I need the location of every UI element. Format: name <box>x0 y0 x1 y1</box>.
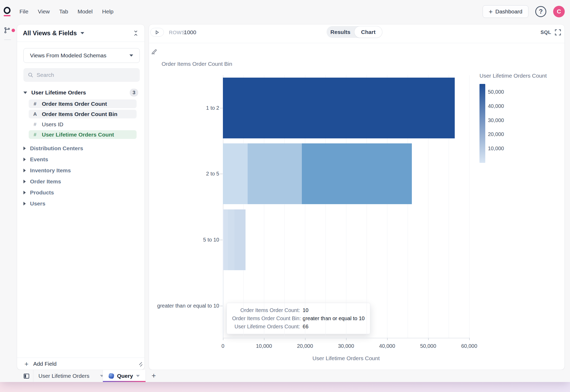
topbar: FileViewTabModelHelp + Dashboard ? C <box>0 0 570 23</box>
bar-1-to-2[interactable] <box>223 78 455 138</box>
field-item-order-items-order-count-bin[interactable]: AOrder Items Order Count Bin <box>29 110 137 118</box>
view-tab-chart[interactable]: Chart <box>354 26 382 38</box>
tree-section-label: Distribution Centers <box>30 145 83 152</box>
avatar[interactable]: C <box>553 6 565 17</box>
tooltip-row: Order Items Order Count Bin:greater than… <box>232 315 365 321</box>
sidebar-title: All Views & Fields <box>23 29 77 37</box>
x-tick-label: 10,000 <box>256 343 272 349</box>
y-tick <box>220 108 223 108</box>
tooltip-row: Order Items Order Count:10 <box>232 307 365 313</box>
tooltip-value: 10 <box>303 307 308 313</box>
tooltip-label: User Lifetime Orders Count: <box>232 324 300 330</box>
omni-logo[interactable] <box>4 7 12 18</box>
model-branch-button[interactable] <box>4 27 15 34</box>
chevron-right-icon <box>23 191 26 194</box>
bar-segment <box>248 143 302 204</box>
x-tick <box>428 338 429 340</box>
tree-section-events[interactable]: Events <box>17 154 144 164</box>
field-label: User Lifetime Orders Count <box>42 132 114 138</box>
rows-value: 1000 <box>184 29 196 36</box>
bar-segment <box>224 209 228 270</box>
tree-section-label: Inventory Items <box>30 167 71 174</box>
tooltip-label: Order Items Order Count Bin: <box>232 315 300 321</box>
fullscreen-icon[interactable] <box>554 29 561 37</box>
tabbar-separator <box>33 370 33 382</box>
field-item-users-id[interactable]: #Users ID <box>29 120 137 129</box>
tab-query[interactable]: Query <box>103 370 146 382</box>
x-tick-label: 30,000 <box>338 343 354 349</box>
tree-section-distribution-centers[interactable]: Distribution Centers <box>17 143 144 153</box>
chevron-down-icon <box>129 54 133 57</box>
legend-label: 50,000 <box>488 89 504 95</box>
tree-section-products[interactable]: Products <box>17 188 144 198</box>
search-icon <box>28 72 33 78</box>
bar-segment <box>223 143 248 204</box>
rail-divider <box>4 39 11 40</box>
add-field-button[interactable]: + Add Field <box>17 358 144 370</box>
omni-logo-o <box>4 7 11 14</box>
active-tab-underline <box>103 381 146 382</box>
category-label: 5 to 10 <box>153 237 219 243</box>
bar-greater-than-or-equal-to-10[interactable] <box>223 275 223 336</box>
app-window: FileViewTabModelHelp + Dashboard ? C All… <box>0 0 570 382</box>
x-tick <box>387 338 388 340</box>
tree-section-label: Users <box>30 200 45 207</box>
new-dashboard-button[interactable]: + Dashboard <box>483 5 528 18</box>
menu-view[interactable]: View <box>38 8 50 15</box>
add-tab-button[interactable]: + <box>152 371 156 380</box>
chevron-down-icon[interactable] <box>81 32 84 34</box>
menu-file[interactable]: File <box>19 8 28 15</box>
query-icon <box>108 373 114 379</box>
bar-segment <box>223 275 223 336</box>
x-tick <box>223 338 223 340</box>
x-tick-label: 50,000 <box>420 343 436 349</box>
field-count-badge: 3 <box>130 89 138 97</box>
search-box <box>23 68 140 82</box>
tree-section-inventory-items[interactable]: Inventory Items <box>17 165 144 175</box>
sidebar-header: All Views & Fields <box>17 24 144 42</box>
chart-y-axis-title: Order Items Order Count Bin <box>162 61 232 67</box>
sidebar-resize-handle[interactable] <box>136 361 142 368</box>
tree-section-label: User Lifetime Orders <box>31 89 86 96</box>
legend-label: 40,000 <box>488 103 504 109</box>
query-panel-header: ROWS 1000 ResultsChart SQL <box>149 24 564 43</box>
number-type-icon: # <box>32 132 38 138</box>
bar-2-to-5[interactable] <box>223 143 412 204</box>
bar-segment <box>302 143 412 204</box>
collection-tab[interactable]: User Lifetime Orders <box>38 370 104 382</box>
panel-toggle-icon <box>23 373 30 379</box>
chevron-right-icon <box>23 169 26 172</box>
number-type-icon: # <box>32 101 38 107</box>
play-icon <box>155 30 159 35</box>
schema-select[interactable]: Views From Modeled Schemas <box>23 48 140 63</box>
query-panel: ROWS 1000 ResultsChart SQL Order Items O… <box>149 24 565 370</box>
help-icon[interactable]: ? <box>535 6 546 17</box>
search-input[interactable] <box>37 72 136 78</box>
field-item-user-lifetime-orders-count[interactable]: #User Lifetime Orders Count <box>29 130 137 139</box>
category-label: 2 to 5 <box>153 171 219 177</box>
run-query-button[interactable] <box>150 28 164 37</box>
x-tick-label: 40,000 <box>379 343 395 349</box>
view-tab-results[interactable]: Results <box>327 26 354 38</box>
sql-button[interactable]: SQL <box>541 29 551 35</box>
legend-gradient-bar <box>479 84 485 163</box>
tree-section-user-lifetime-orders[interactable]: User Lifetime Orders3 <box>17 88 144 98</box>
chevron-down-icon <box>23 92 27 94</box>
bar-5-to-10[interactable] <box>223 209 246 270</box>
collapse-all-button[interactable] <box>133 30 139 36</box>
menu-help[interactable]: Help <box>102 8 113 15</box>
git-branch-icon <box>4 27 11 34</box>
sidebar-toggle-button[interactable] <box>23 373 30 380</box>
field-item-order-items-order-count[interactable]: #Order Items Order Count <box>29 99 137 108</box>
menu-model[interactable]: Model <box>78 8 93 15</box>
x-tick <box>346 338 347 340</box>
tree-section-label: Products <box>30 189 54 196</box>
query-tab-label: Query <box>117 373 133 379</box>
chart-canvas: Order Items Order Count Bin Order Items … <box>149 43 564 370</box>
menu-tab[interactable]: Tab <box>59 8 68 15</box>
string-type-icon: A <box>32 111 38 117</box>
tree-section-order-items[interactable]: Order Items <box>17 177 144 187</box>
x-tick-label: 20,000 <box>297 343 313 349</box>
tree-section-users[interactable]: Users <box>17 199 144 209</box>
y-tick <box>220 174 223 174</box>
